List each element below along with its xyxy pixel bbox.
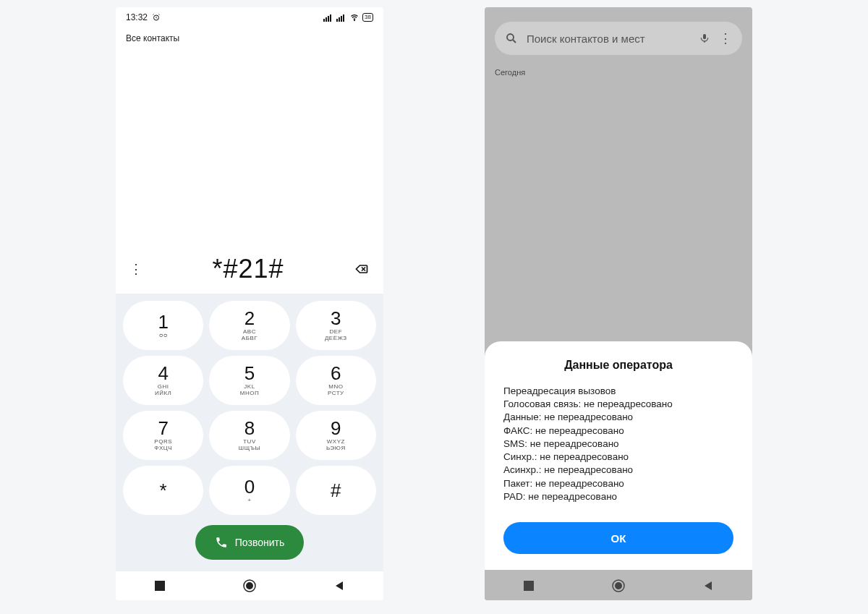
key-6[interactable]: 6MNO РСТУ	[296, 356, 376, 405]
key-digit: #	[331, 481, 341, 500]
key-8[interactable]: 8TUV ШЩЪЫ	[209, 411, 289, 460]
key-digit: 7	[158, 419, 168, 438]
sheet-line: Голосовая связь: не переадресовано	[503, 398, 733, 411]
key-5[interactable]: 5JKL МНОП	[209, 356, 289, 405]
ok-button[interactable]: ОК	[503, 522, 733, 554]
nav-back-icon[interactable]	[334, 581, 344, 591]
key-digit: 4	[158, 364, 168, 383]
nav-recent-icon[interactable]	[524, 581, 534, 591]
section-today: Сегодня	[485, 55, 752, 77]
sheet-body: Переадресация вызововГолосовая связь: не…	[503, 385, 733, 503]
key-sub: TUV ШЩЪЫ	[239, 439, 260, 452]
dialed-number: *#21#	[143, 254, 353, 284]
sheet-line: Пакет: не переадресовано	[503, 477, 733, 490]
search-bar[interactable]: Поиск контактов и мест ⋮	[495, 22, 742, 55]
status-time: 13:32	[126, 12, 148, 22]
sheet-line: Переадресация вызовов	[503, 385, 733, 398]
nav-back-icon[interactable]	[703, 581, 713, 591]
key-digit: 1	[158, 312, 168, 331]
search-placeholder: Поиск контактов и мест	[527, 33, 690, 45]
key-digit: *	[160, 481, 167, 500]
signal-icon-2	[336, 13, 346, 22]
call-label: Позвонить	[235, 537, 284, 548]
key-1[interactable]: 1ᴑᴑ	[123, 301, 203, 350]
sheet-line: SMS: не переадресовано	[503, 438, 733, 451]
svg-rect-2	[326, 17, 327, 22]
svg-point-9	[354, 20, 355, 21]
search-icon	[505, 32, 518, 45]
key-digit: 9	[331, 419, 341, 438]
key-4[interactable]: 4GHI ИЙКЛ	[123, 356, 203, 405]
key-digit: 5	[244, 364, 255, 383]
key-3[interactable]: 3DEF ДЕЁЖЗ	[296, 301, 376, 350]
svg-rect-7	[341, 16, 342, 22]
svg-rect-3	[328, 16, 329, 22]
overflow-icon[interactable]: ⋮	[719, 30, 732, 46]
battery-icon: 38	[362, 13, 373, 22]
key-#[interactable]: #	[296, 466, 376, 515]
operator-sheet: Данные оператора Переадресация вызововГо…	[485, 341, 752, 570]
key-0[interactable]: 0+	[209, 466, 289, 515]
nav-bar	[116, 571, 383, 600]
keypad-area: 1ᴑᴑ2ABC АБВГ3DEF ДЕЁЖЗ4GHI ИЙКЛ5JKL МНОП…	[116, 294, 383, 571]
sheet-line: PAD: не переадресовано	[503, 490, 733, 503]
mic-icon[interactable]	[699, 32, 710, 45]
sheet-line: Данные: не переадресовано	[503, 411, 733, 424]
sheet-line: Асинхр.: не переадресовано	[503, 464, 733, 477]
status-bar: 13:32 38	[116, 7, 383, 27]
key-7[interactable]: 7PQRS ФХЦЧ	[123, 411, 203, 460]
wifi-icon	[349, 13, 359, 22]
empty-area	[116, 43, 383, 250]
key-sub: JKL МНОП	[240, 384, 259, 397]
svg-rect-6	[339, 17, 340, 22]
key-sub: PQRS ФХЦЧ	[154, 439, 172, 452]
key-digit: 8	[244, 419, 255, 438]
svg-rect-10	[155, 581, 165, 591]
key-digit: 0	[244, 477, 255, 496]
dial-display: ⋮ *#21#	[116, 250, 383, 294]
key-sub: GHI ИЙКЛ	[155, 384, 171, 397]
svg-point-12	[246, 582, 253, 589]
phone-dialer: 13:32 38 Все контакты ⋮ *#21#	[116, 7, 383, 600]
nav-home-icon[interactable]	[612, 579, 625, 592]
svg-rect-14	[524, 581, 534, 591]
key-digit: 3	[331, 309, 341, 328]
alarm-icon	[152, 13, 161, 22]
signal-icon	[323, 13, 333, 22]
key-sub: ᴑᴑ	[159, 333, 167, 339]
key-2[interactable]: 2ABC АБВГ	[209, 301, 289, 350]
key-sub: ABC АБВГ	[242, 329, 258, 342]
nav-bar	[485, 571, 752, 600]
svg-point-16	[615, 582, 622, 589]
svg-rect-4	[330, 14, 331, 22]
key-sub: DEF ДЕЁЖЗ	[325, 329, 347, 342]
svg-rect-5	[336, 19, 338, 22]
key-*[interactable]: *	[123, 466, 203, 515]
key-digit: 2	[244, 309, 255, 328]
svg-rect-1	[323, 19, 325, 22]
key-9[interactable]: 9WXYZ ЬЭЮЯ	[296, 411, 376, 460]
svg-point-13	[507, 34, 514, 40]
all-contacts-label: Все контакты	[116, 27, 383, 43]
sheet-title: Данные оператора	[503, 359, 733, 372]
key-digit: 6	[331, 364, 341, 383]
key-sub: MNO РСТУ	[328, 384, 344, 397]
sheet-line: ФАКС: не переадресовано	[503, 425, 733, 438]
nav-recent-icon[interactable]	[155, 581, 165, 591]
more-icon[interactable]: ⋮	[129, 261, 143, 277]
key-sub: WXYZ ЬЭЮЯ	[326, 439, 346, 452]
key-sub: +	[247, 498, 251, 504]
phone-icon	[215, 536, 228, 549]
svg-rect-8	[343, 14, 344, 22]
backspace-icon[interactable]	[353, 262, 370, 276]
call-button[interactable]: Позвонить	[195, 525, 304, 560]
phone-result: Поиск контактов и мест ⋮ Сегодня Данные …	[485, 7, 752, 600]
sheet-line: Синхр.: не переадресовано	[503, 451, 733, 464]
nav-home-icon[interactable]	[243, 579, 256, 592]
keypad: 1ᴑᴑ2ABC АБВГ3DEF ДЕЁЖЗ4GHI ИЙКЛ5JKL МНОП…	[120, 301, 379, 515]
